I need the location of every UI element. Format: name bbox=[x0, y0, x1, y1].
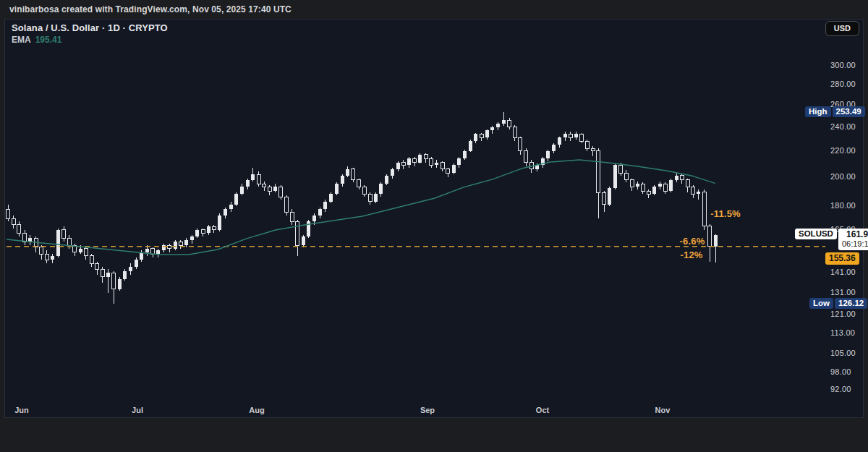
price-tick: 141.00 bbox=[830, 268, 856, 276]
month-label: Oct bbox=[536, 406, 549, 414]
countdown-timer: 06:19:17 bbox=[842, 239, 868, 249]
price-tick: 131.00 bbox=[830, 288, 856, 297]
ema-value: 195.41 bbox=[35, 35, 62, 45]
price-tick: 92.00 bbox=[830, 385, 851, 393]
last-price-value: 161.98 bbox=[842, 229, 868, 239]
prev-close-badge: 155.36 bbox=[825, 252, 859, 265]
month-label: Nov bbox=[655, 406, 671, 414]
percent-change-label: -12% bbox=[680, 250, 702, 260]
price-tick: 113.00 bbox=[830, 328, 855, 337]
symbol-chip: SOLUSD bbox=[795, 229, 837, 239]
price-tick: 105.00 bbox=[830, 349, 856, 357]
prev-close-value: 155.36 bbox=[825, 252, 859, 265]
candles-layer bbox=[7, 112, 718, 304]
attribution-text: vinibarbosa created with TradingView.com… bbox=[9, 4, 292, 14]
high-badge: High253.49 bbox=[805, 106, 865, 117]
last-price-chip: 161.9806:19:17 bbox=[838, 229, 868, 250]
current-price-badge: SOLUSD161.9806:19:17 bbox=[795, 229, 868, 250]
price-tick: 200.00 bbox=[830, 172, 856, 181]
footer-bar: TradingView bbox=[0, 418, 868, 452]
price-tick: 180.00 bbox=[830, 201, 856, 210]
chart-legend: Solana / U.S. Dollar · 1D · CRYPTO EMA19… bbox=[12, 22, 168, 45]
month-label: Jun bbox=[14, 406, 29, 414]
price-tick: 300.00 bbox=[830, 61, 856, 69]
tradingview-screenshot: vinibarbosa created with TradingView.com… bbox=[0, 0, 868, 452]
chart-panel: Solana / U.S. Dollar · 1D · CRYPTO EMA19… bbox=[4, 19, 864, 418]
low-badge: Low126.12 bbox=[809, 298, 867, 309]
ema-label: EMA bbox=[12, 35, 31, 45]
month-label: Sep bbox=[420, 406, 435, 414]
percent-change-label: -11.5% bbox=[710, 208, 741, 219]
low-marker-value: 126.12 bbox=[835, 298, 867, 309]
price-tick: 280.00 bbox=[830, 80, 856, 88]
currency-toggle-button[interactable]: USD bbox=[825, 21, 859, 36]
price-tick: 220.00 bbox=[830, 146, 856, 155]
ema-indicator-row: EMA195.41 bbox=[12, 35, 168, 45]
price-tick: 240.00 bbox=[830, 122, 856, 131]
low-marker-label: Low bbox=[809, 298, 833, 309]
price-tick: 121.00 bbox=[830, 310, 856, 318]
ema-line bbox=[7, 160, 715, 255]
high-marker-value: 253.49 bbox=[833, 106, 865, 117]
symbol-title: Solana / U.S. Dollar · 1D · CRYPTO bbox=[12, 22, 168, 33]
price-tick: 98.00 bbox=[830, 367, 851, 376]
candlestick-chart[interactable] bbox=[5, 20, 864, 419]
high-marker-label: High bbox=[805, 106, 831, 117]
month-label: Aug bbox=[249, 406, 264, 414]
month-label: Jul bbox=[132, 406, 143, 414]
percent-change-label: -6.6% bbox=[680, 236, 705, 247]
